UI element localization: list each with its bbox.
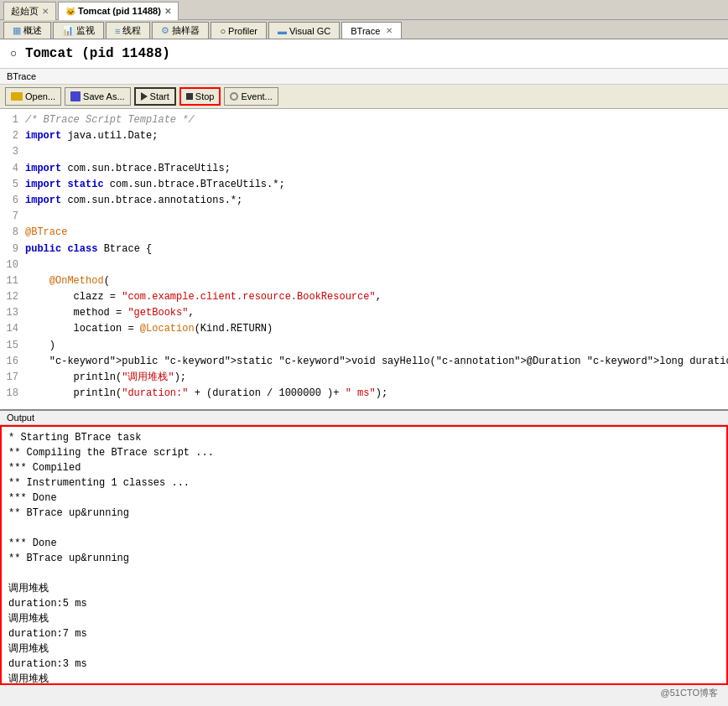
tab-overview-label: 概述 xyxy=(23,24,42,37)
start-label: Start xyxy=(150,91,169,101)
code-editor[interactable]: 1/* BTrace Script Template */2import jav… xyxy=(0,109,728,411)
tab-thread-label: 线程 xyxy=(122,24,141,37)
tab-monitor[interactable]: 📊 监视 xyxy=(53,22,104,39)
save-as-label: Save As... xyxy=(83,91,125,101)
sampler-icon: ⚙ xyxy=(161,25,169,36)
output-line: duration:3 ms xyxy=(8,657,720,672)
code-line-11: 11 @OnMethod( xyxy=(0,273,728,289)
tab-tomcat[interactable]: 🐱 Tomcat (pid 11488) ✕ xyxy=(58,2,179,20)
open-button[interactable]: Open... xyxy=(5,87,61,106)
tab-sampler-label: 抽样器 xyxy=(172,24,200,37)
line-content: "c-keyword">public "c-keyword">static "c… xyxy=(25,354,728,370)
line-content: public class Btrace { xyxy=(25,241,728,257)
line-content: println("duration:" + (duration / 100000… xyxy=(25,386,728,402)
line-number: 1 xyxy=(0,112,25,128)
code-line-18: 18 println("duration:" + (duration / 100… xyxy=(0,386,728,402)
line-number: 4 xyxy=(0,161,25,177)
output-line: * Starting BTrace task xyxy=(8,430,720,445)
code-line-1: 1/* BTrace Script Template */ xyxy=(0,112,728,128)
tab-tomcat-close[interactable]: ✕ xyxy=(164,7,171,16)
code-line-15: 15 ) xyxy=(0,338,728,354)
output-line: ** BTrace up&running xyxy=(8,506,720,521)
code-line-17: 17 println("调用堆栈"); xyxy=(0,370,728,386)
line-number: 17 xyxy=(0,370,25,386)
save-icon xyxy=(70,91,81,101)
line-number: 9 xyxy=(0,241,25,257)
tab-tomcat-icon: 🐱 xyxy=(65,7,75,16)
start-icon xyxy=(141,92,148,101)
tomcat-icon: ○ xyxy=(10,47,17,60)
code-line-14: 14 location = @Location(Kind.RETURN) xyxy=(0,321,728,337)
output-line: ** Compiling the BTrace script ... xyxy=(8,445,720,460)
line-number: 18 xyxy=(0,386,25,402)
tab-visual-gc-label: Visual GC xyxy=(289,26,330,36)
output-label: Output xyxy=(0,411,728,425)
tab-qishiye[interactable]: 起始页 ✕ xyxy=(3,2,56,20)
output-line: duration:7 ms xyxy=(8,626,720,641)
line-number: 2 xyxy=(0,128,25,144)
line-number: 7 xyxy=(0,209,25,225)
stop-button[interactable]: Stop xyxy=(179,87,221,106)
code-line-10: 10 xyxy=(0,257,728,273)
line-content: import com.sun.btrace.BTraceUtils; xyxy=(25,161,728,177)
gc-icon: ▬ xyxy=(278,26,287,36)
output-line: ** BTrace up&running xyxy=(8,551,720,566)
output-line: ** Instrumenting 1 classes ... xyxy=(8,475,720,491)
tab-sampler[interactable]: ⚙ 抽样器 xyxy=(152,22,209,39)
line-number: 15 xyxy=(0,338,25,354)
code-line-12: 12 clazz = "com.example.client.resource.… xyxy=(0,289,728,305)
code-line-6: 6import com.sun.btrace.annotations.*; xyxy=(0,193,728,209)
line-number: 5 xyxy=(0,177,25,193)
tab-btrace-label: BTrace xyxy=(351,26,380,36)
tab-overview[interactable]: ▦ 概述 xyxy=(3,22,51,39)
line-content: ) xyxy=(25,338,728,354)
tab-visual-gc[interactable]: ▬ Visual GC xyxy=(268,22,340,39)
line-content: /* BTrace Script Template */ xyxy=(25,112,728,128)
monitor-icon: 📊 xyxy=(62,25,74,36)
thread-icon: ≡ xyxy=(115,26,120,36)
output-content[interactable]: * Starting BTrace task** Compiling the B… xyxy=(0,425,728,685)
code-line-2: 2import java.util.Date; xyxy=(0,128,728,144)
line-number: 12 xyxy=(0,289,25,305)
chart-icon: ▦ xyxy=(13,25,21,36)
tab-profiler[interactable]: ○ Profiler xyxy=(211,22,267,39)
line-content: clazz = "com.example.client.resource.Boo… xyxy=(25,289,728,305)
btrace-label-text: BTrace xyxy=(7,71,36,81)
open-label: Open... xyxy=(25,91,55,101)
code-line-7: 7 xyxy=(0,209,728,225)
line-content: println("调用堆栈"); xyxy=(25,370,728,386)
line-number: 11 xyxy=(0,273,25,289)
line-content: @OnMethod( xyxy=(25,273,728,289)
code-line-4: 4import com.sun.btrace.BTraceUtils; xyxy=(0,161,728,177)
tab-btrace[interactable]: BTrace ✕ xyxy=(341,22,402,39)
line-number: 10 xyxy=(0,257,25,273)
code-line-13: 13 method = "getBooks", xyxy=(0,305,728,321)
event-button[interactable]: Event... xyxy=(224,87,278,106)
tab-btrace-close[interactable]: ✕ xyxy=(386,26,393,35)
line-number: 3 xyxy=(0,144,25,160)
window-title: ○ Tomcat (pid 11488) xyxy=(0,39,728,69)
event-label: Event... xyxy=(241,91,272,101)
output-line: duration:5 ms xyxy=(8,596,720,611)
tab-thread[interactable]: ≡ 线程 xyxy=(106,22,150,39)
save-as-button[interactable]: Save As... xyxy=(65,87,131,106)
tab-monitor-label: 监视 xyxy=(76,24,95,37)
output-line: *** Done xyxy=(8,491,720,506)
tab-profiler-label: Profiler xyxy=(228,26,257,36)
code-line-5: 5import static com.sun.btrace.BTraceUtil… xyxy=(0,177,728,193)
stop-icon xyxy=(186,93,193,100)
output-line: 调用堆栈 xyxy=(8,672,720,685)
line-content: import java.util.Date; xyxy=(25,128,728,144)
code-line-3: 3 xyxy=(0,144,728,160)
open-icon xyxy=(11,92,23,101)
start-button[interactable]: Start xyxy=(134,87,176,106)
line-number: 16 xyxy=(0,354,25,370)
btrace-section-label: BTrace xyxy=(0,69,728,85)
btrace-toolbar: Open... Save As... Start Stop Event... xyxy=(0,85,728,109)
line-number: 14 xyxy=(0,321,25,337)
output-line: *** Compiled xyxy=(8,460,720,475)
event-icon xyxy=(230,92,238,101)
code-line-9: 9public class Btrace { xyxy=(0,241,728,257)
line-content: @BTrace xyxy=(25,225,728,241)
line-content: method = "getBooks", xyxy=(25,305,728,321)
